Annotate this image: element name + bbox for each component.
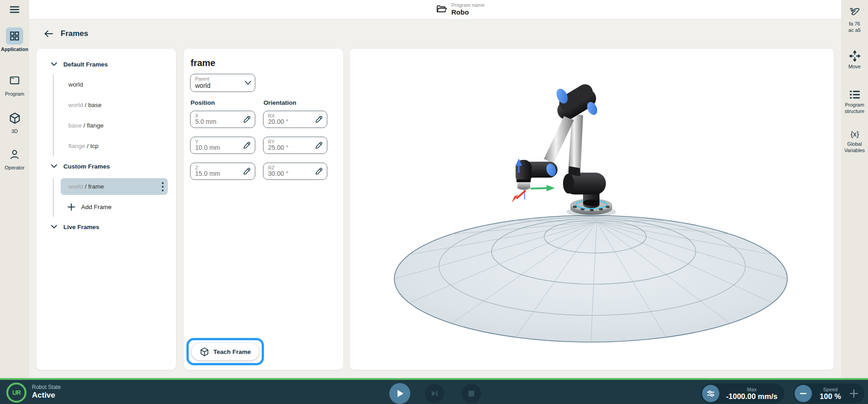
sidebar-item-label: 3D [0, 128, 29, 135]
tree-section-custom-frames[interactable]: Custom Frames [36, 156, 176, 176]
tree-section-default-frames[interactable]: Default Frames [36, 54, 176, 74]
sidebar-item-program-structure[interactable]: Programstructure [841, 89, 868, 115]
position-z-field[interactable]: Z 15.0 mm [190, 163, 255, 180]
list-icon [849, 89, 861, 100]
ground-disc [394, 215, 787, 342]
sidebar-item-label: Application [0, 46, 29, 53]
pencil-icon[interactable] [315, 141, 323, 150]
sidebar-item-operator[interactable]: Operator [0, 146, 29, 171]
tree-item-flange-tcp[interactable]: flange / tcp [54, 136, 176, 156]
parent-frame-select[interactable]: Parent world [190, 74, 255, 92]
custom-frames-group: world / frame Add Frame [53, 178, 176, 217]
tree-section-label: Live Frames [63, 224, 99, 230]
tree-section-label: Default Frames [63, 61, 108, 68]
robot-state-block[interactable]: Robot State Active [32, 384, 61, 400]
safety-status-line [0, 378, 868, 380]
position-header: Position [191, 99, 255, 106]
serial-line-2: ac a5 [841, 27, 868, 34]
skip-button[interactable] [425, 384, 444, 403]
add-frame-button[interactable]: Add Frame [54, 197, 176, 217]
sidebar-item-application[interactable]: Application [0, 27, 29, 53]
cube-icon [200, 347, 209, 357]
left-nav-rail: Application Program [0, 0, 29, 378]
gesture-icon [848, 5, 861, 17]
speed-settings-button[interactable] [702, 385, 719, 402]
braces-x-icon: {x} [848, 129, 862, 139]
pencil-icon[interactable] [243, 115, 251, 124]
stop-icon [467, 389, 475, 398]
speed-value: 100 % [812, 392, 849, 401]
sidebar-item-program[interactable]: Program [0, 72, 29, 97]
move-icon [849, 50, 861, 62]
sidebar-item-label: Move [841, 64, 868, 70]
position-y-field[interactable]: Y 10.0 mm [190, 137, 255, 154]
serial-line-1: fa 76 [841, 21, 868, 27]
chevron-down-icon [51, 225, 57, 229]
teach-frame-button[interactable]: Teach Frame [191, 343, 259, 360]
3d-viewport[interactable] [350, 49, 834, 370]
kebab-icon[interactable] [161, 182, 164, 192]
ur-logo[interactable]: UR [6, 383, 26, 403]
sidebar-item-label: Operator [0, 165, 29, 171]
program-name-block[interactable]: Program name Robo [436, 2, 485, 16]
sidebar-item-label: Programstructure [841, 102, 868, 115]
main-content: Frames Default Frames world world / base… [29, 20, 841, 378]
frame-detail-panel: frame Parent world Position Orientation … [184, 49, 343, 370]
sliders-icon [706, 389, 716, 399]
frames-tree-panel: Default Frames world world / base base /… [36, 49, 176, 370]
play-icon [395, 389, 404, 399]
pencil-icon[interactable] [315, 115, 323, 124]
orientation-rx-field[interactable]: RX 20.00 ° [263, 111, 327, 128]
max-speed-pill: Max -1000.00 mm/s [701, 384, 784, 404]
max-label: Max [719, 387, 784, 392]
pencil-icon[interactable] [243, 141, 251, 150]
teach-frame-focus-ring: Teach Frame [186, 338, 264, 365]
3d-scene [350, 49, 834, 370]
position-x-field[interactable]: X 5.0 mm [190, 111, 255, 128]
robot-serial: fa 76 ac a5 [841, 21, 868, 34]
tree-section-live-frames[interactable]: Live Frames [36, 217, 176, 237]
orientation-header: Orientation [264, 99, 327, 106]
orientation-rz-field[interactable]: RZ 30.00 ° [263, 163, 327, 180]
pencil-icon[interactable] [315, 167, 323, 176]
speed-increase-button[interactable] [849, 389, 859, 399]
orientation-ry-field[interactable]: RY 25.00 ° [263, 137, 327, 154]
chevron-down-icon [51, 164, 57, 168]
robot-state-label: Robot State [32, 384, 61, 390]
polyscope-app: Application Program [0, 0, 868, 404]
stop-button[interactable] [462, 384, 481, 403]
skip-icon [430, 389, 439, 398]
sidebar-item-global-variables[interactable]: {x} GlobalVariables [841, 129, 868, 154]
top-bar: Program name Robo [29, 0, 841, 20]
tree-item-world[interactable]: world [54, 74, 176, 95]
parent-label: Parent [195, 76, 209, 82]
folder-icon [436, 4, 447, 15]
sidebar-item-label: Program [0, 91, 29, 97]
menu-icon [9, 4, 21, 15]
play-button[interactable] [389, 383, 410, 404]
bottom-status-bar: UR Robot State Active [0, 378, 868, 404]
pencil-icon[interactable] [243, 167, 251, 176]
frame-title: frame [191, 58, 337, 68]
tree-section-label: Custom Frames [63, 163, 110, 170]
tree-item-world-base[interactable]: world / base [54, 95, 176, 115]
person-icon [6, 146, 23, 163]
program-name-label: Program name [451, 2, 485, 8]
tree-item-world-frame[interactable]: world / frame [61, 178, 168, 195]
main-menu-button[interactable] [0, 4, 29, 15]
chevron-down-icon [245, 81, 251, 85]
grid-icon [6, 27, 23, 45]
cube-icon [6, 109, 23, 127]
window-icon [6, 72, 23, 89]
gesture-button[interactable] [841, 5, 868, 17]
minus-icon [799, 389, 807, 398]
right-nav-rail: fa 76 ac a5 Move Pr [841, 0, 868, 378]
speed-decrease-button[interactable] [795, 385, 812, 402]
parent-value: world [195, 82, 210, 89]
speed-pill: Speed 100 % [793, 384, 864, 404]
robot-state-value: Active [32, 391, 61, 400]
tree-item-base-flange[interactable]: base / flange [54, 115, 176, 136]
back-arrow-icon[interactable] [44, 30, 53, 38]
sidebar-item-move[interactable]: Move [841, 50, 868, 70]
sidebar-item-3d[interactable]: 3D [0, 109, 29, 135]
